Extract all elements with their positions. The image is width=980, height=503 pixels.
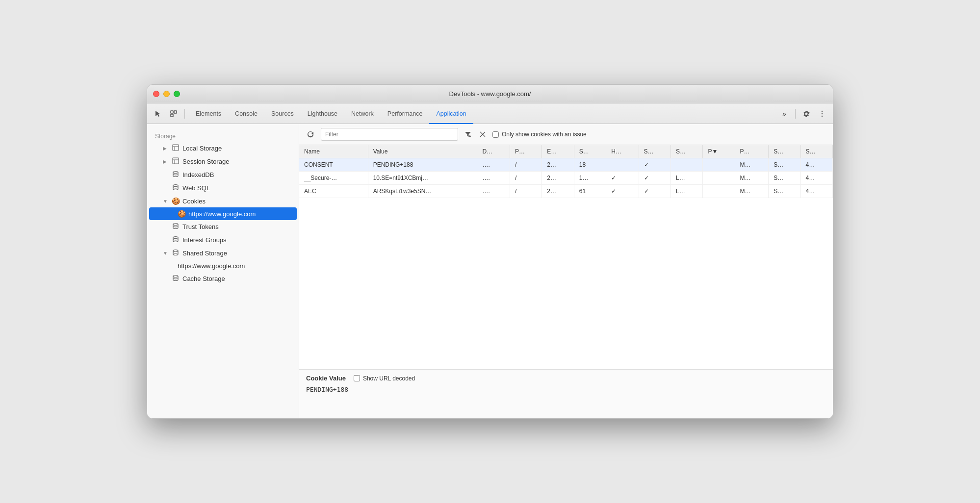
url-decode-label[interactable]: Show URL decoded [354,375,415,382]
table-cell: / [510,158,542,172]
table-cell: CONSENT [299,158,368,172]
cookie-detail-value: PENDING+188 [306,386,826,393]
table-cell: M… [735,185,769,198]
table-cell: 2… [542,158,574,172]
sidebar-item-shared-storage[interactable]: ▼ Shared Storage [149,247,297,260]
col-priority[interactable]: P▼ [703,145,735,158]
sidebar-item-session-storage[interactable]: ▶ Session Storage [149,155,297,168]
cookie-detail-title: Cookie Value [306,375,346,382]
sidebar-item-shared-storage-url[interactable]: ▶ https://www.google.com [149,260,297,272]
tab-console[interactable]: Console [228,104,264,124]
sidebar-item-cache-storage[interactable]: ▶ Cache Storage [149,272,297,285]
close-button[interactable] [153,91,159,97]
trust-tokens-icon [172,223,180,231]
table-cell: __Secure-… [299,172,368,185]
tab-sources[interactable]: Sources [264,104,301,124]
maximize-button[interactable] [174,91,180,97]
col-secure[interactable]: S… [639,145,671,158]
storage-section-label: Storage [147,130,299,142]
toolbar-actions: » [777,107,829,121]
minimize-button[interactable] [163,91,170,97]
table-cell [671,158,702,172]
col-size[interactable]: S… [574,145,606,158]
url-decode-checkbox[interactable] [354,375,360,381]
cookies-icon: 🍪 [172,197,180,205]
table-cell: …. [477,185,510,198]
toolbar-sep-2 [795,109,796,119]
filter-input[interactable] [321,128,458,141]
issues-filter-label[interactable]: Only show cookies with an issue [492,131,587,138]
settings-button[interactable] [799,107,813,121]
svg-point-16 [173,250,178,252]
svg-point-5 [822,115,823,116]
table-cell [703,185,735,198]
issues-filter-checkbox[interactable] [492,131,499,138]
local-storage-arrow: ▶ [163,146,169,151]
col-httponly[interactable]: H… [606,145,639,158]
table-cell: 4… [800,158,832,172]
table-cell: 2… [542,185,574,198]
local-storage-icon [172,144,180,152]
sidebar-item-trust-tokens[interactable]: ▶ Trust Tokens [149,220,297,233]
cursor-tool-button[interactable] [151,107,165,121]
svg-point-13 [173,185,178,187]
col-source-scheme[interactable]: S… [769,145,800,158]
col-name[interactable]: Name [299,145,368,158]
tab-performance[interactable]: Performance [381,104,430,124]
sidebar-item-web-sql[interactable]: ▶ Web SQL [149,181,297,195]
table-cell: L… [671,172,702,185]
shared-storage-label: Shared Storage [182,250,227,257]
sidebar: Storage ▶ Local Storage ▶ [147,124,299,418]
sidebar-item-local-storage[interactable]: ▶ Local Storage [149,142,297,155]
titlebar: DevTools - www.google.com/ [147,85,833,103]
devtools-window: DevTools - www.google.com/ Elements Cons… [147,84,833,419]
more-options-button[interactable] [815,107,829,121]
svg-point-17 [173,276,178,277]
shared-storage-url-label: https://www.google.com [178,262,245,270]
more-tabs-button[interactable]: » [777,107,791,121]
trust-tokens-label: Trust Tokens [182,223,219,230]
sidebar-item-google-cookies[interactable]: ▶ 🍪 https://www.google.com [149,207,297,220]
inspect-tool-button[interactable] [167,107,181,121]
tab-network[interactable]: Network [344,104,381,124]
col-samesite[interactable]: S… [671,145,702,158]
table-cell: L… [671,185,702,198]
cookie-table-body: CONSENTPENDING+188…./2…18✓M…S…4…__Secure… [299,158,833,198]
tab-lighthouse[interactable]: Lighthouse [301,104,344,124]
local-storage-label: Local Storage [182,145,222,152]
col-source-port[interactable]: S… [800,145,832,158]
tab-elements[interactable]: Elements [189,104,228,124]
col-expires[interactable]: E… [542,145,574,158]
window-title: DevTools - www.google.com/ [449,90,531,98]
col-value[interactable]: Value [368,145,477,158]
cookies-data-table: Name Value D… P… E… S… H… S… S… P▼ P… S… [299,145,833,198]
delete-cookie-button[interactable] [477,128,489,140]
main-content: Storage ▶ Local Storage ▶ [147,124,833,418]
table-cell: 10.SE=nt91XCBmj… [368,172,477,185]
svg-rect-6 [173,145,179,151]
sidebar-item-interest-groups[interactable]: ▶ Interest Groups [149,233,297,247]
filter-actions [462,128,489,140]
svg-point-12 [173,172,178,174]
table-row[interactable]: AECARSKqsLi1w3e5SN……./2…61✓✓L…M…S…4… [299,185,833,198]
refresh-button[interactable] [304,128,317,141]
table-row[interactable]: __Secure-…10.SE=nt91XCBmj……./2…1…✓✓L…M…S… [299,172,833,185]
col-domain[interactable]: D… [477,145,510,158]
table-header-row: Name Value D… P… E… S… H… S… S… P▼ P… S… [299,145,833,158]
svg-point-15 [173,237,178,239]
clear-filter-button[interactable] [462,128,474,140]
filter-bar: Only show cookies with an issue [299,124,833,145]
indexeddb-label: IndexedDB [182,171,214,178]
tab-application[interactable]: Application [429,104,473,124]
table-cell: …. [477,158,510,172]
table-cell: …. [477,172,510,185]
table-row[interactable]: CONSENTPENDING+188…./2…18✓M…S…4… [299,158,833,172]
sidebar-item-cookies[interactable]: ▼ 🍪 Cookies [149,195,297,207]
svg-point-14 [173,224,178,226]
col-partitioned[interactable]: P… [735,145,769,158]
table-cell: 1… [574,172,606,185]
content-panel: Only show cookies with an issue Name Val… [299,124,833,418]
col-path[interactable]: P… [510,145,542,158]
table-cell [703,172,735,185]
sidebar-item-indexeddb[interactable]: ▶ IndexedDB [149,168,297,181]
